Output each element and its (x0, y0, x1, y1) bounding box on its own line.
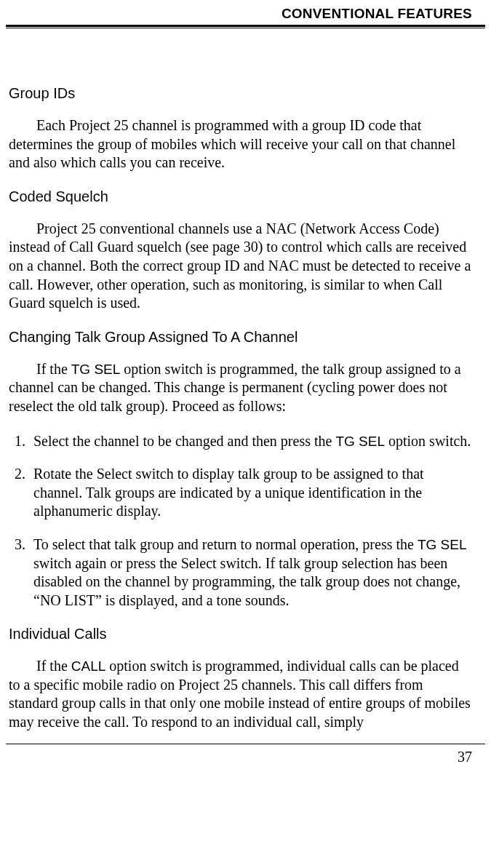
para-group-ids: Each Project 25 channel is programmed wi… (9, 116, 474, 172)
step-1-post: option switch. (385, 433, 471, 449)
step-3-pre: To select that talk group and return to … (33, 536, 418, 552)
text-tg-sel-2: TG SEL (335, 434, 385, 449)
text-group-ids: Each Project 25 channel is programmed wi… (9, 117, 455, 170)
text-call: CALL (71, 658, 106, 674)
heading-group-ids: Group IDs (9, 85, 474, 102)
heading-changing-tg: Changing Talk Group Assigned To A Channe… (9, 329, 474, 346)
step-2: Rotate the Select switch to display talk… (29, 465, 474, 521)
step-1-pre: Select the channel to be changed and the… (33, 433, 335, 449)
step-3: To select that talk group and return to … (29, 535, 474, 610)
text-tg-intro-pre: If the (36, 361, 71, 377)
text-tg-sel-3: TG SEL (418, 537, 467, 552)
heading-individual-calls: Individual Calls (9, 626, 474, 642)
steps-list: Select the channel to be changed and the… (9, 432, 474, 610)
step-3-post: switch again or press the Select switch.… (33, 555, 460, 608)
heading-coded-squelch: Coded Squelch (9, 188, 474, 205)
page-number: 37 (0, 744, 491, 771)
para-changing-tg-intro: If the TG SEL option switch is programme… (9, 360, 474, 416)
step-1: Select the channel to be changed and the… (29, 432, 474, 451)
header-rule-thick (6, 25, 485, 27)
text-tg-sel-1: TG SEL (71, 362, 121, 377)
page: CONVENTIONAL FEATURES Group IDs Each Pro… (0, 0, 491, 771)
running-header: CONVENTIONAL FEATURES (0, 0, 491, 25)
para-individual-calls: If the CALL option switch is programmed,… (9, 657, 474, 731)
para-coded-squelch: Project 25 conventional channels use a N… (9, 220, 474, 313)
content-area: Group IDs Each Project 25 channel is pro… (0, 28, 491, 732)
text-coded-squelch: Project 25 conventional channels use a N… (9, 220, 471, 311)
step-2-text: Rotate the Select switch to display talk… (33, 466, 424, 519)
text-ic-pre: If the (36, 658, 71, 674)
